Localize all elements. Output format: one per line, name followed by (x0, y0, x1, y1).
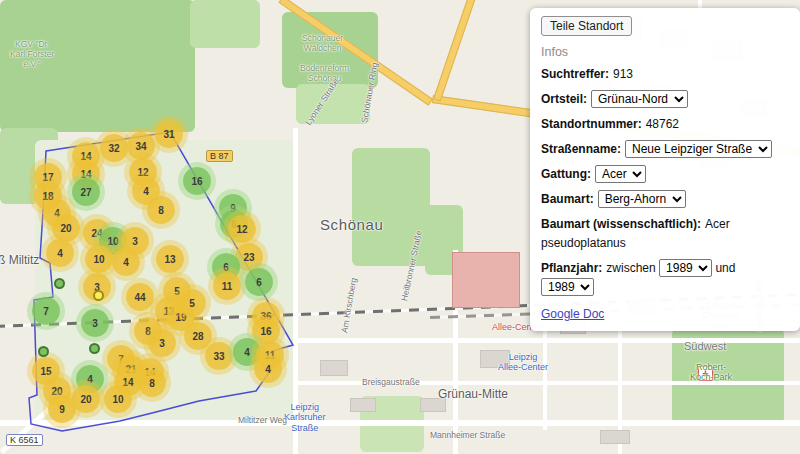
share-location-button[interactable]: Teile Standort (541, 16, 632, 36)
cluster-count: 5 (174, 286, 180, 297)
google-doc-link[interactable]: Google Doc (541, 307, 604, 321)
cluster-count: 20 (80, 394, 91, 405)
cluster-marker[interactable]: 4 (46, 239, 74, 267)
cluster-marker[interactable]: 10 (85, 245, 113, 273)
cluster-count: 6 (256, 277, 262, 288)
cluster-count: 16 (191, 176, 202, 187)
cluster-count: 4 (57, 248, 63, 259)
hits-row: Suchtreffer:913 (541, 65, 789, 84)
cluster-count: 9 (59, 404, 65, 415)
cluster-count: 12 (137, 167, 148, 178)
gattung-select[interactable]: Acer (595, 165, 646, 183)
baumart-select[interactable]: Berg-Ahorn (598, 190, 686, 208)
cluster-count: 7 (43, 306, 49, 317)
cluster-count: 34 (135, 141, 146, 152)
cluster-count: 6 (223, 262, 229, 273)
pflanzjahr-von-select[interactable]: 1989 (659, 259, 712, 277)
cluster-count: 10 (93, 254, 104, 265)
cluster-marker[interactable]: 20 (52, 214, 80, 242)
baumart-wissenschaftlich-row: Baumart (wissenschaftlich):Acer pseudopl… (541, 215, 789, 253)
info-panel: Teile Standort Infos Suchtreffer:913 Ort… (530, 8, 800, 331)
tree-marker[interactable] (89, 343, 100, 354)
hits-value: 913 (613, 67, 633, 81)
cluster-marker[interactable]: 3 (81, 309, 109, 337)
cluster-count: 3 (159, 338, 165, 349)
tree-marker[interactable] (38, 346, 49, 357)
tree-marker[interactable] (54, 278, 65, 289)
cluster-count: 4 (123, 257, 129, 268)
und-label: und (715, 261, 735, 275)
cluster-marker[interactable]: 34 (127, 132, 155, 160)
cluster-marker[interactable]: 31 (155, 120, 183, 148)
cluster-count: 31 (163, 129, 174, 140)
pflanzjahr-row: Pflanzjahr:zwischen 1989 und 1989 (541, 259, 789, 297)
pflanzjahr-bis-select[interactable]: 1989 (541, 278, 594, 296)
cluster-count: 8 (149, 378, 155, 389)
cluster-marker[interactable]: 8 (147, 196, 175, 224)
cluster-count: 32 (108, 143, 119, 154)
cluster-count: 44 (134, 292, 145, 303)
cluster-count: 4 (87, 374, 93, 385)
cluster-count: 12 (236, 224, 247, 235)
cluster-marker[interactable]: 16 (183, 167, 211, 195)
cluster-count: 10 (112, 394, 123, 405)
cluster-count: 27 (80, 187, 91, 198)
cluster-marker[interactable]: 44 (126, 283, 154, 311)
cluster-marker[interactable]: 4 (112, 248, 140, 276)
cluster-count: 13 (164, 254, 175, 265)
pflanzjahr-label: Pflanzjahr: (541, 261, 602, 275)
cluster-marker[interactable]: 20 (72, 385, 100, 413)
cluster-marker[interactable]: 11 (213, 272, 241, 300)
baumart-wissenschaftlich-label: Baumart (wissenschaftlich): (541, 217, 701, 231)
cluster-count: 16 (260, 326, 271, 337)
standortnummer-value: 48762 (646, 117, 679, 131)
cluster-marker[interactable]: 13 (156, 245, 184, 273)
cluster-marker[interactable]: 7 (32, 297, 60, 325)
map-application: + KGV "Dr. Karl Forster e.V."Schönauer W… (0, 0, 800, 454)
cluster-marker[interactable]: 10 (104, 385, 132, 413)
cluster-marker[interactable]: 3 (148, 329, 176, 357)
cluster-marker[interactable]: 32 (100, 134, 128, 162)
zwischen-label: zwischen (606, 261, 655, 275)
strassenname-row: Straßenname:Neue Leipziger Straße (541, 140, 789, 159)
cluster-count: 3 (92, 318, 98, 329)
cluster-count: 20 (60, 223, 71, 234)
cluster-count: 4 (265, 364, 271, 375)
baumart-label: Baumart: (541, 192, 594, 206)
cluster-count: 8 (158, 205, 164, 216)
cluster-count: 4 (143, 186, 149, 197)
hits-label: Suchtreffer: (541, 67, 609, 81)
strassenname-label: Straßenname: (541, 142, 621, 156)
cluster-marker[interactable]: 33 (205, 342, 233, 370)
infos-heading: Infos (541, 45, 789, 59)
selected-tree-marker[interactable] (93, 290, 104, 301)
cluster-marker[interactable]: 27 (72, 178, 100, 206)
gattung-label: Gattung: (541, 167, 591, 181)
standortnummer-row: Standortnummer:48762 (541, 115, 789, 134)
cluster-count: 28 (192, 331, 203, 342)
cluster-count: 15 (40, 366, 51, 377)
cluster-count: 11 (222, 281, 233, 292)
cluster-count: 17 (42, 172, 53, 183)
cluster-count: 23 (243, 252, 254, 263)
cluster-marker[interactable]: 6 (245, 268, 273, 296)
ortsteil-label: Ortsteil: (541, 92, 587, 106)
cluster-count: 3 (132, 236, 138, 247)
baumart-row: Baumart:Berg-Ahorn (541, 190, 789, 209)
strassenname-select[interactable]: Neue Leipziger Straße (625, 140, 772, 158)
cluster-marker[interactable]: 8 (138, 369, 166, 397)
cluster-count: 33 (213, 351, 224, 362)
cluster-marker[interactable]: 4 (254, 355, 282, 383)
cluster-count: 10 (107, 236, 118, 247)
cluster-count: 5 (189, 298, 195, 309)
ortsteil-row: Ortsteil:Grünau-Nord (541, 90, 789, 109)
ortsteil-select[interactable]: Grünau-Nord (591, 90, 688, 108)
cluster-count: 4 (244, 347, 250, 358)
cluster-marker[interactable]: 5 (178, 289, 206, 317)
cluster-marker[interactable]: 12 (228, 215, 256, 243)
gattung-row: Gattung:Acer (541, 165, 789, 184)
standortnummer-label: Standortnummer: (541, 117, 642, 131)
